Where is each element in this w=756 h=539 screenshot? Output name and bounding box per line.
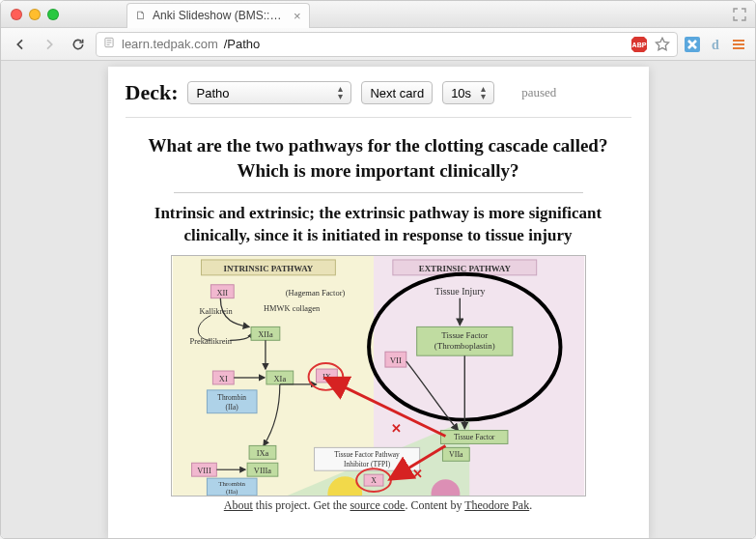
page-favicon-icon: 🗋: [135, 9, 147, 22]
browser-toolbar: learn.tedpak.com/Patho ABP d: [1, 28, 755, 61]
svg-text:Kallikrein: Kallikrein: [199, 306, 233, 316]
svg-text:Tissue Factor Pathway: Tissue Factor Pathway: [334, 450, 400, 459]
svg-text:X: X: [371, 476, 377, 485]
next-card-button[interactable]: Next card: [361, 81, 433, 104]
svg-text:IX: IX: [322, 372, 330, 382]
interval-value: 10s: [451, 86, 471, 100]
tabstrip: 🗋 Anki Slideshow (BMS::Unit... ×: [126, 1, 310, 28]
svg-text:IXa: IXa: [256, 448, 268, 458]
author-link[interactable]: Theodore Pak: [464, 498, 529, 512]
star-bookmark-icon[interactable]: [654, 36, 671, 53]
tab-title: Anki Slideshow (BMS::Unit...: [153, 9, 288, 22]
chevron-updown-icon: ▴▾: [481, 85, 486, 100]
svg-text:(IIa): (IIa): [225, 403, 238, 411]
window-titlebar: 🗋 Anki Slideshow (BMS::Unit... ×: [1, 1, 755, 28]
back-button[interactable]: [9, 33, 32, 56]
svg-text:Thrombin: Thrombin: [218, 480, 245, 488]
browser-tab[interactable]: 🗋 Anki Slideshow (BMS::Unit... ×: [126, 3, 310, 28]
zoom-window-button[interactable]: [47, 9, 59, 20]
page-footer: About this project. Get the source code.…: [135, 498, 622, 513]
svg-text:VIIIa: VIIIa: [253, 466, 270, 475]
svg-text:Tissue Factor: Tissue Factor: [453, 434, 494, 442]
svg-text:VIII: VIII: [197, 466, 211, 475]
page-content: Deck: Patho ▴▾ Next card 10s ▴▾ paused W…: [108, 67, 649, 538]
svg-text:EXTRINSIC PATHWAY: EXTRINSIC PATHWAY: [418, 264, 511, 273]
site-identity-icon: [102, 36, 116, 52]
svg-text:Prekallikrein: Prekallikrein: [189, 336, 232, 346]
window-controls: [1, 9, 59, 20]
flashcard: What are the two pathways for the clotti…: [108, 118, 649, 519]
deck-toolbar: Deck: Patho ▴▾ Next card 10s ▴▾ paused: [108, 67, 649, 117]
expand-icon[interactable]: [732, 7, 747, 22]
svg-text:VIIa: VIIa: [449, 450, 463, 459]
card-answer: Intrinsic and extrinsic; the extrinsic p…: [135, 203, 622, 247]
card-image-wrap: INTRINSIC PATHWAY EXTRINSIC PATHWAY Tiss…: [135, 255, 622, 496]
browser-window: 🗋 Anki Slideshow (BMS::Unit... ×: [0, 0, 756, 539]
card-question: What are the two pathways for the clotti…: [135, 133, 622, 183]
minimize-window-button[interactable]: [29, 9, 41, 20]
svg-text:✕: ✕: [390, 422, 401, 436]
forward-button[interactable]: [38, 33, 61, 56]
svg-text:d: d: [712, 38, 719, 52]
menu-icon[interactable]: [730, 36, 747, 53]
svg-text:(Thromboplastin): (Thromboplastin): [434, 341, 494, 351]
close-window-button[interactable]: [11, 9, 22, 20]
tab-close-icon[interactable]: ×: [294, 9, 301, 23]
extension-icon-2[interactable]: d: [707, 36, 724, 53]
svg-text:XIa: XIa: [273, 374, 286, 383]
svg-text:VII: VII: [389, 355, 401, 365]
card-divider: [174, 192, 583, 193]
svg-text:(IIa): (IIa): [226, 488, 238, 496]
deck-label: Deck:: [126, 80, 179, 105]
chevron-updown-icon: ▴▾: [338, 85, 343, 100]
svg-text:XIIa: XIIa: [258, 329, 273, 339]
status-text: paused: [521, 85, 556, 100]
clotting-cascade-diagram: INTRINSIC PATHWAY EXTRINSIC PATHWAY Tiss…: [171, 255, 586, 496]
svg-text:INTRINSIC PATHWAY: INTRINSIC PATHWAY: [223, 264, 313, 273]
deck-select[interactable]: Patho ▴▾: [187, 81, 351, 104]
svg-text:Inhibitor (TFPI): Inhibitor (TFPI): [344, 460, 391, 468]
reload-button[interactable]: [67, 33, 90, 56]
svg-text:XII: XII: [216, 288, 228, 298]
svg-text:Tissue Factor: Tissue Factor: [441, 330, 488, 340]
next-card-label: Next card: [370, 86, 424, 100]
svg-text:(Hageman Factor): (Hageman Factor): [285, 288, 345, 298]
about-link[interactable]: About: [224, 498, 253, 512]
extension-icon-1[interactable]: [684, 36, 701, 53]
svg-text:Thrombin: Thrombin: [217, 393, 246, 402]
svg-text:XI: XI: [218, 374, 227, 383]
interval-select[interactable]: 10s ▴▾: [442, 81, 494, 104]
source-code-link[interactable]: source code: [350, 498, 405, 512]
svg-text:Tissue Injury: Tissue Injury: [434, 286, 485, 297]
abp-extension-icon[interactable]: ABP: [630, 36, 648, 53]
svg-text:ABP: ABP: [632, 42, 647, 48]
url-host: learn.tedpak.com: [122, 37, 218, 51]
deck-select-value: Patho: [196, 86, 229, 100]
url-path: /Patho: [224, 37, 261, 51]
address-bar[interactable]: learn.tedpak.com/Patho ABP: [96, 32, 678, 57]
viewport: Deck: Patho ▴▾ Next card 10s ▴▾ paused W…: [1, 61, 755, 538]
svg-text:✕: ✕: [411, 468, 422, 481]
svg-text:HMWK collagen: HMWK collagen: [263, 303, 320, 313]
